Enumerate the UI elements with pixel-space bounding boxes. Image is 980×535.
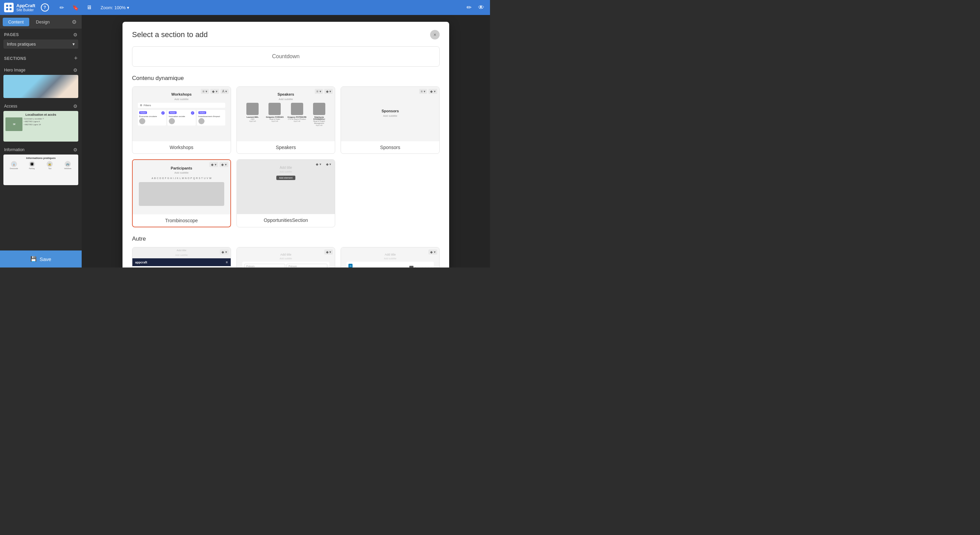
speakers-preview-sub: Add subtitle: [242, 98, 330, 101]
twocol-img-placeholder: [409, 266, 414, 268]
svg-rect-1: [10, 5, 11, 7]
opportunities-toolbar: ◆ ▾ ◆ ▾: [314, 162, 333, 167]
speakers-toolbar: ≡ ▾ ◆ ▾: [315, 89, 333, 94]
speaker-2: Grégoire FORGES Head of Sales AppCraft: [264, 103, 285, 126]
twocol-card[interactable]: ◆ ▾ Add title Add subtitle in Taper vo: [340, 247, 440, 268]
sidebar: Content Design ⚙ PAGES ⚙ Infos pratiques…: [0, 15, 82, 268]
preview-icon[interactable]: 👁: [476, 3, 486, 12]
form-row-1: Prénom Prénom: [244, 264, 328, 268]
workshop-check-2: ✓: [191, 111, 194, 115]
modal-overlay: Select a section to add × Countdown Cont…: [82, 15, 490, 268]
tab-content[interactable]: Content: [3, 18, 29, 26]
save-icon: 💾: [30, 256, 37, 262]
section-hero-header: Hero Image ⚙: [0, 65, 82, 75]
pages-dropdown[interactable]: Infos pratiques ▾: [3, 40, 78, 49]
twocol-title: Add title: [385, 253, 396, 256]
twocol-content: in Taper votre texte si Taper votre text…: [347, 262, 434, 268]
speakers-card[interactable]: ≡ ▾ ◆ ▾ Speakers Add subtitle Laurent BE…: [237, 86, 336, 154]
speaker-3: Gregory POTDEVIN CTO & Head of Product A…: [286, 103, 307, 126]
sponsors-preview-content: Sponsors Add subtitle: [344, 90, 436, 138]
edit-icon[interactable]: ✏: [464, 3, 474, 12]
opp-toolbar-btn-2[interactable]: ◆ ▾: [324, 162, 333, 167]
section-information-thumbnail[interactable]: Informations pratiques 👔 Dresscode 🅿 Par…: [3, 154, 78, 185]
add-section-icon[interactable]: +: [74, 55, 78, 62]
countdown-card[interactable]: Countdown: [132, 46, 440, 67]
svg-rect-2: [6, 8, 8, 10]
nav-card[interactable]: ◆ ▾ Add title Add subtitle appcraft ≡: [132, 247, 231, 268]
reg-toolbar-btn[interactable]: ◆ ▾: [324, 250, 333, 255]
save-button[interactable]: 💾 Save: [0, 250, 82, 268]
top-bar-right: ✏ 👁: [464, 3, 486, 12]
section-hero-gear[interactable]: ⚙: [73, 67, 78, 73]
sponsors-toolbar-btn-1[interactable]: ≡ ▾: [419, 89, 427, 94]
twocol-linkedin: in: [348, 264, 408, 268]
nav-toolbar-btn[interactable]: ◆ ▾: [220, 250, 229, 255]
toolbar-btn-1[interactable]: ≡ ▾: [201, 89, 209, 94]
trombinoscope-label: Trombinoscope: [133, 214, 231, 227]
speaker-2-photo: [269, 103, 281, 115]
section-information-gear[interactable]: ⚙: [73, 147, 78, 153]
twocol-preview: ◆ ▾ Add title Add subtitle in Taper vo: [341, 247, 439, 268]
speakers-toolbar-btn-1[interactable]: ≡ ▾: [315, 89, 323, 94]
speaker-1-photo: [247, 103, 259, 115]
workshop-badge-2: Atelier: [169, 111, 177, 114]
section-hero-thumbnail[interactable]: [3, 75, 78, 98]
trombi-toolbar-btn-1[interactable]: ◆ ▾: [209, 162, 218, 167]
workshop-title-2: Innovation sociale: [169, 115, 194, 118]
sponsors-toolbar-btn-2[interactable]: ◆ ▾: [428, 89, 437, 94]
trombi-alphabet: A B C D E F G H I J K L: [139, 177, 224, 179]
speaker-1: Laurent BEL CEO AppCraft: [242, 103, 263, 126]
filter-icon: ⚙: [140, 104, 142, 107]
dynamic-cards-grid: ≡ ▾ ◆ ▾ A ▾ Workshops Add subtitle ⚙ Fil…: [132, 86, 440, 227]
trombinoscope-toolbar: ◆ ▾ ◆ ▾: [209, 162, 228, 167]
opportunities-preview: ◆ ▾ ◆ ▾ Add title Add subtitle Add eleme…: [237, 159, 335, 214]
sections-section-header: SECTIONS +: [0, 51, 82, 64]
modal: Select a section to add × Countdown Cont…: [123, 22, 449, 268]
toolbar-btn-2[interactable]: ◆ ▾: [210, 89, 219, 94]
sidebar-gear-icon[interactable]: ⚙: [69, 17, 79, 27]
trombi-toolbar-btn-2[interactable]: ◆ ▾: [220, 162, 228, 167]
speaker-3-company: AppCraft: [294, 120, 301, 122]
registration-card[interactable]: ◆ ▾ Add title Add subtitle Prénom Prénom…: [237, 247, 336, 268]
workshops-label: Workshops: [132, 141, 231, 153]
tab-design[interactable]: Design: [30, 18, 55, 26]
section-hero-label: Hero Image: [4, 68, 25, 73]
workshops-filters: ⚙ Filters: [138, 103, 225, 108]
speaker-4-role: Head of Project Management: [309, 120, 329, 124]
reg-form: Prénom Prénom Inscription: [242, 262, 330, 268]
zoom-label: Zoom: 100%: [101, 5, 126, 10]
speakers-preview: ≡ ▾ ◆ ▾ Speakers Add subtitle Laurent BE…: [237, 87, 335, 141]
zoom-control[interactable]: Zoom: 100% ▾: [98, 4, 132, 11]
brand-logo: appcraft: [135, 261, 147, 264]
monitor-icon[interactable]: 🖥: [84, 3, 94, 12]
speaker-4-photo: [313, 103, 325, 115]
pen-icon[interactable]: ✏: [57, 3, 67, 12]
speakers-toolbar-btn-2[interactable]: ◆ ▾: [324, 89, 333, 94]
toolbar-btn-3[interactable]: A ▾: [221, 89, 229, 94]
bookmark-icon[interactable]: 🔖: [71, 3, 80, 12]
help-icon[interactable]: ?: [41, 3, 49, 11]
opportunities-card[interactable]: ◆ ▾ ◆ ▾ Add title Add subtitle Add eleme…: [237, 159, 336, 227]
pages-label: PAGES: [4, 32, 19, 37]
workshop-title-1: Économie circulaire: [139, 115, 165, 118]
pages-selected: Infos pratiques: [7, 41, 36, 47]
speaker-2-company: AppCraft: [272, 120, 278, 122]
speaker-4-name: Stéphanie STADEROLI: [309, 116, 329, 120]
workshop-badge-3: Atelier: [198, 111, 206, 114]
twocol-toolbar-btn[interactable]: ◆ ▾: [428, 250, 437, 255]
section-access-gear[interactable]: ⚙: [73, 103, 78, 109]
linkedin-icon: in: [348, 264, 353, 268]
workshops-card[interactable]: ≡ ▾ ◆ ▾ A ▾ Workshops Add subtitle ⚙ Fil…: [132, 86, 231, 154]
modal-close-button[interactable]: ×: [430, 30, 440, 40]
app-logo: AppCraft Site Builder: [4, 3, 35, 12]
countdown-label: Countdown: [272, 53, 300, 59]
opp-add-element: Add element: [276, 176, 295, 180]
speaker-3-photo: [291, 103, 303, 115]
pages-gear-icon[interactable]: ⚙: [73, 32, 78, 37]
registration-toolbar: ◆ ▾: [324, 250, 333, 255]
sponsors-card[interactable]: ≡ ▾ ◆ ▾ Sponsors Add subtitle Sponsors: [340, 86, 440, 154]
section-access-label: Access: [4, 104, 18, 108]
section-access-thumbnail[interactable]: Localisation et accès 🗺 Comment y accéde…: [3, 111, 78, 142]
trombinoscope-card[interactable]: ◆ ▾ ◆ ▾ Participants Add subtitle A B C …: [132, 159, 231, 227]
opp-toolbar-btn-1[interactable]: ◆ ▾: [314, 162, 323, 167]
